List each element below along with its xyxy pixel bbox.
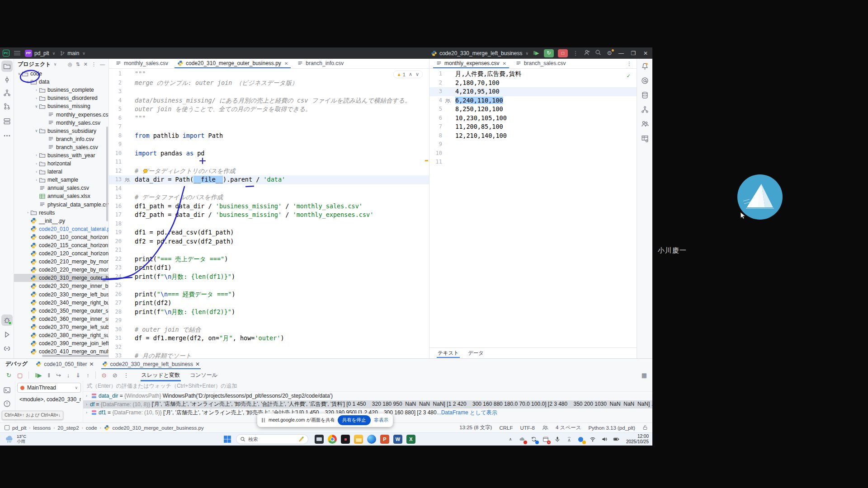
main-menu-icon[interactable] [14, 51, 20, 56]
powerpoint-app-icon[interactable]: P [380, 435, 389, 444]
tree-item-code20_380_merge_right_subsidiary.py[interactable]: code20_380_merge_right_subsidiary.py [14, 331, 108, 339]
code-line-24[interactable]: 24print(f"\n月数: {len(df1)}") [109, 272, 429, 282]
microphone-icon[interactable] [554, 436, 561, 443]
tree-item-code20_330_merge_left_business.py[interactable]: code20_330_merge_left_business.py [14, 291, 108, 299]
tree-item-lateral[interactable]: ›lateral [14, 168, 108, 176]
tree-item-code20_350_merge_outer_subsidiary.py[interactable]: code20_350_merge_outer_subsidiary.py [14, 307, 108, 315]
debug-console-icon[interactable] [1, 385, 13, 396]
step-over-icon[interactable]: ↪ [56, 372, 61, 379]
tree-item-code20_310_merge_outer_business.py[interactable]: code20_310_merge_outer_business.py [14, 274, 108, 282]
expand-all-icon[interactable]: ⇅ [76, 61, 80, 67]
meet-stop-sharing-button[interactable]: 共有を停止 [338, 415, 371, 425]
tree-item-code[interactable]: ∨code [14, 70, 108, 78]
excel-app-icon[interactable]: X [406, 435, 415, 444]
locate-file-icon[interactable]: ◎ [68, 61, 72, 67]
status-item[interactable]: CRLF [499, 425, 513, 431]
rerun-debug-icon[interactable]: ↻ [6, 372, 11, 379]
variable-row-df[interactable]: ›df = {DataFrame: (10, 8)} ['月', '店舗売上',… [83, 400, 652, 409]
status-item[interactable]: Python 3.13 (pd_plt) [588, 425, 635, 431]
tree-item-code20_115_concat_horizontal_remove_du[interactable]: code20_115_concat_horizontal_remove_du [14, 241, 108, 249]
more-tools-icon[interactable] [1, 130, 13, 141]
code-line-28[interactable]: 28print(f"\n月数: {len(df2)}") [109, 308, 429, 317]
code-line-13[interactable]: 13data_dir = Path(__file__).parent / 'da… [109, 175, 429, 184]
code-line-18[interactable]: 18 [109, 220, 429, 229]
search-everywhere-icon[interactable] [594, 49, 602, 57]
code-line-12[interactable]: 12# データディレクトリのパスを作成 [109, 167, 429, 176]
tree-item-code20_120_concat_horizontal_ng.py[interactable]: code20_120_concat_horizontal_ng.py [14, 249, 108, 258]
python-console-icon[interactable] [1, 343, 13, 354]
tree-item-physical_data_sample.csv[interactable]: physical_data_sample.csv [14, 201, 108, 209]
chevron-right-icon[interactable]: › [25, 211, 30, 215]
tree-vertical-scrollbar[interactable] [106, 127, 108, 221]
sync-icon[interactable] [530, 436, 538, 443]
csv-line-8[interactable]: 812,210,140,100 [429, 131, 637, 141]
code-line-4[interactable]: 4data/business_missing/ にある月別の売上と経費の csv… [109, 96, 429, 105]
tree-item-__init__.py[interactable]: __init__.py [14, 217, 108, 225]
tree-item-code20_110_concat_horizontal.py[interactable]: code20_110_concat_horizontal.py [14, 233, 108, 241]
code-editor[interactable]: 1"""2merge のサンプル: outer join （ビジネスデータ版）3… [109, 69, 429, 358]
debug-view-tab-スレッドと変数[interactable]: スレッドと変数 [140, 370, 182, 380]
tree-item-results[interactable]: ›results [14, 209, 108, 217]
code-line-9[interactable]: 9 [109, 140, 429, 149]
resume-program-icon[interactable]: ‖▶ [533, 50, 540, 56]
close-window-icon[interactable]: ✕ [642, 50, 650, 56]
chevron-down-icon[interactable]: ∨ [54, 62, 57, 66]
step-into-icon[interactable]: ↓ [67, 372, 70, 379]
tree-item-code20_390_merge_join_left_on_right_on.p[interactable]: code20_390_merge_join_left_on_right_on.p [14, 339, 108, 347]
tree-item-business_disordered[interactable]: ›business_disordered [14, 94, 108, 102]
csv-line-10[interactable]: 10 [429, 149, 637, 158]
chevron-right-icon[interactable]: › [34, 178, 39, 182]
settings-gear-icon[interactable]: ⚙ [606, 50, 613, 56]
chevron-right-icon[interactable]: › [34, 162, 39, 166]
restore-window-icon[interactable]: ❐ [629, 50, 637, 56]
code-line-14[interactable]: 14 [109, 184, 429, 193]
code-line-3[interactable]: 3 [109, 87, 429, 96]
code-line-26[interactable]: 26print("\n=== 経費データ ===") [109, 290, 429, 299]
taskbar-search-input[interactable]: 検索 [236, 434, 308, 444]
csv-line-5[interactable]: 58,250,120,100 [429, 105, 637, 114]
project-selector[interactable]: PP pd_plt ∨ [25, 50, 55, 57]
code-line-10[interactable]: 10import pandas as pd [109, 149, 429, 158]
code-line-25[interactable]: 25 [109, 281, 429, 290]
force-step-into-icon[interactable]: ⇓ [75, 372, 80, 379]
code-line-16[interactable]: 16df1_path = data_dir / 'business_missin… [109, 202, 429, 211]
run-icon[interactable] [1, 329, 13, 340]
tree-item-code20_210_merge_by_month.py[interactable]: code20_210_merge_by_month.py [14, 258, 108, 266]
csv-view-tab-データ[interactable]: データ [464, 349, 487, 357]
breakpoint-problems-icon[interactable] [1, 398, 13, 409]
code-line-17[interactable]: 17df2_path = data_dir / 'business_missin… [109, 211, 429, 220]
collab-gutter-icon[interactable] [445, 98, 451, 103]
branch-selector[interactable]: main ∨ [60, 50, 85, 56]
bluetooth-status-icon[interactable] [577, 436, 585, 443]
warning-stripe-mark[interactable] [425, 160, 428, 161]
close-tab-icon[interactable]: ✕ [284, 61, 288, 66]
wifi-icon[interactable] [589, 436, 596, 443]
collab-status-icon[interactable] [542, 425, 548, 431]
csv-line-2[interactable]: 22,180,70,100 [429, 79, 637, 88]
code-line-6[interactable]: 6""" [109, 114, 429, 123]
tree-item-business_complete[interactable]: ›business_complete [14, 86, 108, 94]
code-line-21[interactable]: 21 [109, 246, 429, 255]
tree-item-branch_sales.csv[interactable]: branch_sales.csv [14, 143, 108, 151]
csv-line-9[interactable]: 9 [429, 140, 637, 149]
code-line-5[interactable]: 5outer join を使うことで、全ての月のデータを取得できる。 [109, 105, 429, 114]
pause-icon[interactable]: ‖ [48, 372, 50, 379]
dependencies-icon[interactable] [639, 104, 651, 115]
tree-item-business_subsidiary[interactable]: ∨business_subsidiary [14, 127, 108, 135]
code-line-7[interactable]: 7 [109, 122, 429, 131]
step-out-icon[interactable]: ↑ [86, 372, 90, 379]
view-breakpoints-icon[interactable]: ⊙ [102, 372, 107, 379]
variable-row-data_dir[interactable]: ›data_dir = {WindowsPath} WindowsPath('D… [83, 392, 652, 400]
ai-assistant-icon[interactable] [639, 75, 651, 86]
rerun-button[interactable]: ↻ [544, 49, 554, 57]
inspection-widget[interactable]: ▲1 ∧ ∨ [393, 70, 423, 78]
meet-app-icon[interactable] [341, 435, 350, 444]
chevron-down-icon[interactable]: ∨ [34, 129, 39, 133]
word-app-icon[interactable]: W [393, 435, 402, 444]
find-icon[interactable] [1, 87, 13, 99]
csv-line-3[interactable]: 34,210,95,100 [429, 87, 637, 96]
csv-line-6[interactable]: 610,230,105,100 [429, 114, 637, 123]
csv-line-4[interactable]: 46,240,110,100 [429, 96, 637, 105]
tree-item-branch_info.csv[interactable]: branch_info.csv [14, 135, 108, 143]
monitor-app-icon[interactable] [315, 435, 324, 444]
